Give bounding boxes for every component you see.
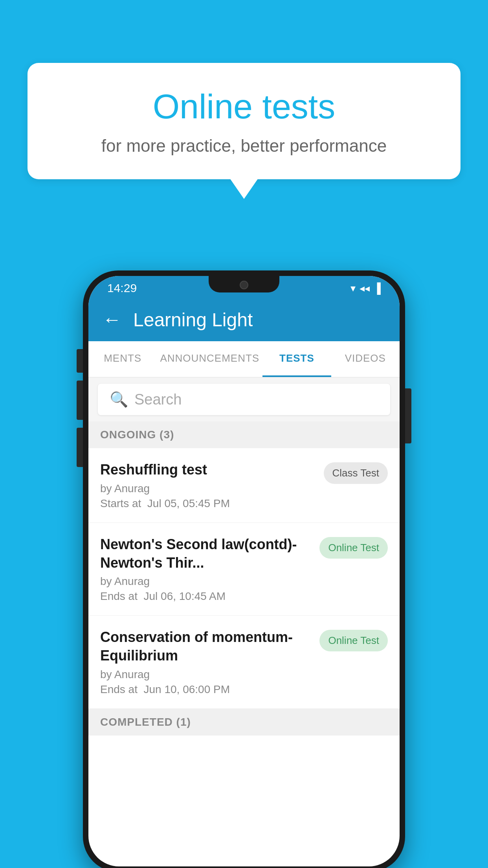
phone-button-volume-down2 xyxy=(77,428,83,467)
test-time-3: Ends at Jun 10, 06:00 PM xyxy=(100,683,312,696)
tab-ments[interactable]: MENTS xyxy=(88,341,157,377)
phone-button-power xyxy=(405,388,411,443)
app-bar-title: Learning Light xyxy=(133,309,253,331)
phone-button-volume-down xyxy=(77,381,83,420)
completed-section-header: COMPLETED (1) xyxy=(88,709,400,736)
phone-screen: 14:29 ▾ ◂◂ ▐ ← Learning Light MENTS ANNO… xyxy=(88,276,400,866)
app-bar: ← Learning Light xyxy=(88,298,400,341)
phone-button-volume-up xyxy=(77,349,83,373)
test-time-1: Starts at Jul 05, 05:45 PM xyxy=(100,497,316,510)
phone-frame: 14:29 ▾ ◂◂ ▐ ← Learning Light MENTS ANNO… xyxy=(83,270,405,868)
status-time: 14:29 xyxy=(107,281,137,295)
speech-bubble: Online tests for more practice, better p… xyxy=(28,63,460,179)
test-item[interactable]: Newton's Second law(contd)-Newton's Thir… xyxy=(88,523,400,616)
search-placeholder: Search xyxy=(134,391,182,408)
back-button[interactable]: ← xyxy=(103,310,121,329)
search-bar[interactable]: 🔍 Search xyxy=(98,384,390,415)
test-info-2: Newton's Second law(contd)-Newton's Thir… xyxy=(100,535,319,603)
battery-icon: ▐ xyxy=(374,282,381,294)
test-name-1: Reshuffling test xyxy=(100,461,316,479)
phone-camera xyxy=(240,281,248,289)
test-badge-1: Class Test xyxy=(324,462,388,484)
test-time-2: Ends at Jul 06, 10:45 AM xyxy=(100,590,312,603)
wifi-icon: ▾ xyxy=(350,282,356,294)
test-name-2: Newton's Second law(contd)-Newton's Thir… xyxy=(100,535,312,572)
tab-tests[interactable]: TESTS xyxy=(262,341,331,377)
test-author-1: by Anurag xyxy=(100,482,316,495)
test-info-1: Reshuffling test by Anurag Starts at Jul… xyxy=(100,461,324,510)
test-name-3: Conservation of momentum-Equilibrium xyxy=(100,628,312,665)
test-item[interactable]: Reshuffling test by Anurag Starts at Jul… xyxy=(88,448,400,523)
test-author-2: by Anurag xyxy=(100,575,312,588)
phone-notch xyxy=(209,276,279,292)
speech-bubble-subtitle: for more practice, better performance xyxy=(59,136,429,156)
test-item[interactable]: Conservation of momentum-Equilibrium by … xyxy=(88,616,400,709)
status-icons: ▾ ◂◂ ▐ xyxy=(350,282,381,294)
test-list: Reshuffling test by Anurag Starts at Jul… xyxy=(88,448,400,709)
tabs-container: MENTS ANNOUNCEMENTS TESTS VIDEOS xyxy=(88,341,400,377)
test-info-3: Conservation of momentum-Equilibrium by … xyxy=(100,628,319,696)
test-badge-2: Online Test xyxy=(319,537,388,559)
signal-icon: ◂◂ xyxy=(360,282,370,294)
search-icon: 🔍 xyxy=(110,391,128,408)
ongoing-section-header: ONGOING (3) xyxy=(88,421,400,448)
speech-bubble-container: Online tests for more practice, better p… xyxy=(28,63,460,179)
test-author-3: by Anurag xyxy=(100,668,312,681)
tab-videos[interactable]: VIDEOS xyxy=(331,341,400,377)
search-container: 🔍 Search xyxy=(88,377,400,421)
speech-bubble-title: Online tests xyxy=(59,86,429,127)
tab-announcements[interactable]: ANNOUNCEMENTS xyxy=(157,341,262,377)
test-badge-3: Online Test xyxy=(319,630,388,651)
